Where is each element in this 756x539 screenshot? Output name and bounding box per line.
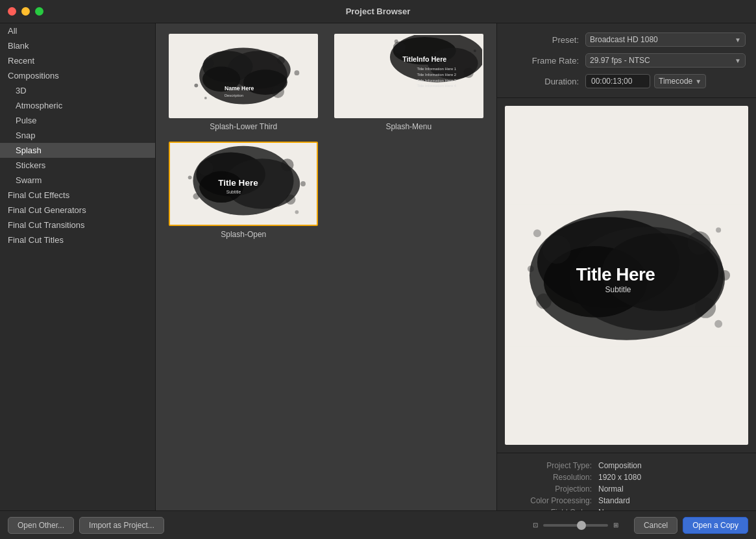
frame-rate-select[interactable]: 29.97 fps - NTSC ▼ xyxy=(585,53,746,68)
preset-label: Preset: xyxy=(507,35,579,45)
svg-text:Title Here: Title Here xyxy=(576,264,655,284)
svg-text:TitleInfo Here: TitleInfo Here xyxy=(402,55,446,63)
svg-point-38 xyxy=(188,175,192,179)
svg-point-34 xyxy=(281,158,293,171)
svg-point-6 xyxy=(204,58,214,69)
svg-point-51 xyxy=(536,294,552,309)
svg-point-35 xyxy=(286,194,296,205)
frame-rate-value: 29.97 fps - NTSC xyxy=(590,56,650,65)
timecode-chevron-icon: ▼ xyxy=(695,78,701,85)
project-type-row: Project Type: Composition xyxy=(507,461,746,470)
resolution-row: Resolution: 1920 x 1080 xyxy=(507,473,746,482)
svg-text:Description: Description xyxy=(225,94,243,97)
sidebar-item-final-cut-titles[interactable]: Final Cut Titles xyxy=(0,232,155,247)
grid-item-splash-menu[interactable]: TitleInfo Here Title Information Here 1 … xyxy=(332,34,487,131)
preview-image: Title Here Subtitle xyxy=(505,106,748,445)
size-slider[interactable] xyxy=(543,524,608,527)
svg-point-7 xyxy=(278,56,286,64)
svg-point-49 xyxy=(687,231,711,255)
grid-item-label-splash-open: Splash-Open xyxy=(221,230,266,239)
svg-point-22 xyxy=(474,49,476,52)
svg-text:Title Information Here 3: Title Information Here 3 xyxy=(417,79,456,82)
minimize-button[interactable] xyxy=(21,7,30,16)
preset-row: Preset: Broadcast HD 1080 ▼ xyxy=(507,32,746,47)
preview-area: Title Here Subtitle xyxy=(505,106,748,445)
svg-point-33 xyxy=(198,160,213,175)
sidebar-item-final-cut-transitions[interactable]: Final Cut Transitions xyxy=(0,218,155,232)
import-as-project-button[interactable]: Import as Project... xyxy=(79,517,164,534)
duration-input[interactable] xyxy=(585,74,650,88)
svg-point-54 xyxy=(714,320,722,328)
sidebar-item-atmospheric[interactable]: Atmospheric xyxy=(0,98,155,113)
svg-point-21 xyxy=(394,40,398,44)
svg-text:Title Here: Title Here xyxy=(218,178,258,188)
svg-point-9 xyxy=(195,84,199,88)
preset-value: Broadcast HD 1080 xyxy=(590,35,658,44)
svg-point-18 xyxy=(393,42,406,54)
sidebar-item-pulse[interactable]: Pulse xyxy=(0,113,155,128)
slider-large-icon: ⊞ xyxy=(613,521,618,529)
svg-point-52 xyxy=(720,270,730,281)
sidebar-item-swarm[interactable]: Swarm xyxy=(0,173,155,188)
grid-item-splash-open[interactable]: Title Here Subtitle Splash-Open xyxy=(166,142,321,239)
open-other-button[interactable]: Open Other... xyxy=(8,517,74,534)
sidebar: All Blank Recent Compositions 3D Atmosph… xyxy=(0,23,156,539)
project-type-label: Project Type: xyxy=(507,461,592,470)
resolution-value: 1920 x 1080 xyxy=(598,473,641,482)
svg-text:Title Information Here 2: Title Information Here 2 xyxy=(417,73,456,77)
preset-select[interactable]: Broadcast HD 1080 ▼ xyxy=(585,32,746,47)
project-type-value: Composition xyxy=(598,461,642,470)
right-wrapper: Preset: Broadcast HD 1080 ▼ Frame Rate: … xyxy=(497,23,756,539)
maximize-button[interactable] xyxy=(35,7,43,16)
resolution-label: Resolution: xyxy=(507,473,592,482)
grid-area: Name Here Description Splash-Lower Third xyxy=(156,23,496,510)
cancel-button[interactable]: Cancel xyxy=(634,517,677,534)
thumbnail-splash-menu[interactable]: TitleInfo Here Title Information Here 1 … xyxy=(334,34,483,118)
svg-point-10 xyxy=(295,70,300,75)
bottom-bar: Open Other... Import as Project... ⊡ ⊞ C… xyxy=(0,510,756,539)
grid-item-label-splash-lower-third: Splash-Lower Third xyxy=(210,122,277,131)
sidebar-item-snap[interactable]: Snap xyxy=(0,128,155,143)
preset-chevron-icon: ▼ xyxy=(735,36,741,44)
sidebar-item-recent[interactable]: Recent xyxy=(0,53,155,68)
sidebar-item-blank[interactable]: Blank xyxy=(0,38,155,53)
thumbnail-splash-open[interactable]: Title Here Subtitle xyxy=(169,142,318,226)
svg-point-11 xyxy=(204,97,207,99)
projection-value: Normal xyxy=(598,484,624,494)
sidebar-item-all[interactable]: All xyxy=(0,23,155,38)
thumbnail-splash-lower-third[interactable]: Name Here Description xyxy=(169,34,318,118)
duration-row: Duration: Timecode ▼ xyxy=(507,74,746,88)
close-button[interactable] xyxy=(8,7,16,16)
svg-point-8 xyxy=(272,86,284,98)
sidebar-item-final-cut-effects[interactable]: Final Cut Effects xyxy=(0,188,155,203)
svg-point-55 xyxy=(533,229,541,237)
timecode-value: Timecode xyxy=(659,77,692,86)
window-controls xyxy=(8,7,43,16)
timecode-select[interactable]: Timecode ▼ xyxy=(654,74,706,88)
projection-label: Projection: xyxy=(507,484,592,494)
frame-rate-label: Frame Rate: xyxy=(507,56,579,66)
svg-text:Name Here: Name Here xyxy=(225,85,254,92)
settings-panel: Preset: Broadcast HD 1080 ▼ Frame Rate: … xyxy=(497,23,756,98)
sidebar-item-splash[interactable]: Splash xyxy=(0,143,155,158)
svg-point-19 xyxy=(463,68,474,78)
sidebar-item-final-cut-generators[interactable]: Final Cut Generators xyxy=(0,203,155,218)
svg-point-56 xyxy=(716,227,721,232)
slider-group: ⊡ ⊞ xyxy=(533,521,618,529)
svg-point-53 xyxy=(528,266,534,272)
open-copy-button[interactable]: Open a Copy xyxy=(683,517,748,534)
sidebar-item-stickers[interactable]: Stickers xyxy=(0,158,155,173)
sidebar-item-compositions[interactable]: Compositions xyxy=(0,68,155,83)
svg-text:Title Information Here 1: Title Information Here 1 xyxy=(417,67,456,71)
duration-label: Duration: xyxy=(507,77,579,86)
window-title: Project Browser xyxy=(346,6,411,16)
content-area: Name Here Description Splash-Lower Third xyxy=(156,23,496,539)
color-processing-row: Color Processing: Standard xyxy=(507,496,746,505)
grid-item-label-splash-menu: Splash-Menu xyxy=(385,122,432,131)
duration-input-group: Timecode ▼ xyxy=(585,74,706,88)
right-panel: Preset: Broadcast HD 1080 ▼ Frame Rate: … xyxy=(496,23,756,539)
sidebar-item-3d[interactable]: 3D xyxy=(0,83,155,98)
grid-item-splash-lower-third[interactable]: Name Here Description Splash-Lower Third xyxy=(166,34,321,131)
svg-point-50 xyxy=(695,297,716,318)
titlebar: Project Browser xyxy=(0,0,756,23)
